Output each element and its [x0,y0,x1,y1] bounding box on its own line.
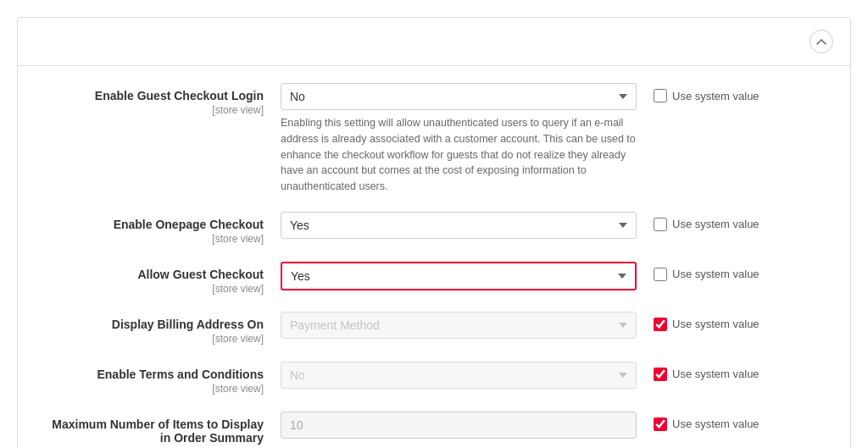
field-label-enable-terms-conditions: Enable Terms and Conditions[store view] [43,362,264,395]
input-max-items-order-summary [281,412,637,439]
field-side-enable-terms-conditions: Use system value [654,362,760,381]
form-row-display-billing-address-on: Display Billing Address On[store view]Pa… [43,312,825,345]
checkout-options-panel: Enable Guest Checkout Login[store view]N… [17,17,851,448]
use-system-value-checkbox-max-items-order-summary[interactable] [654,418,667,431]
select-allow-guest-checkout[interactable]: YesNo [281,262,637,290]
field-label-enable-onepage-checkout: Enable Onepage Checkout[store view] [43,212,264,245]
form-row-max-items-order-summary: Maximum Number of Items to Display in Or… [43,412,825,448]
collapse-button[interactable] [810,30,833,53]
use-system-value-label-enable-terms-conditions: Use system value [672,368,760,380]
field-control-enable-guest-checkout-login: NoYesEnabling this setting will allow un… [281,83,637,195]
use-system-value-label-enable-onepage-checkout: Use system value [672,218,760,230]
use-system-value-label-allow-guest-checkout: Use system value [672,268,760,280]
field-control-enable-terms-conditions: NoYes [281,362,637,389]
select-display-billing-address-on[interactable]: Payment MethodPayment Page [281,312,637,339]
field-label-max-items-order-summary: Maximum Number of Items to Display in Or… [43,412,264,448]
form-row-enable-onepage-checkout: Enable Onepage Checkout[store view]YesNo… [43,212,825,245]
field-control-max-items-order-summary [281,412,637,439]
use-system-value-checkbox-allow-guest-checkout[interactable] [654,268,667,281]
use-system-value-label-max-items-order-summary: Use system value [672,418,760,430]
select-enable-onepage-checkout[interactable]: YesNo [281,212,637,239]
select-enable-guest-checkout-login[interactable]: NoYes [281,83,637,110]
field-side-enable-onepage-checkout: Use system value [654,212,760,231]
panel-body: Enable Guest Checkout Login[store view]N… [18,66,850,448]
field-side-enable-guest-checkout-login: Use system value [654,83,760,102]
field-label-allow-guest-checkout: Allow Guest Checkout[store view] [43,262,264,295]
use-system-value-checkbox-enable-terms-conditions[interactable] [654,368,667,381]
use-system-value-label-enable-guest-checkout-login: Use system value [672,90,760,102]
use-system-value-checkbox-enable-guest-checkout-login[interactable] [654,89,667,102]
field-control-allow-guest-checkout: YesNo [281,262,637,290]
form-row-enable-terms-conditions: Enable Terms and Conditions[store view]N… [43,362,825,395]
field-description-enable-guest-checkout-login: Enabling this setting will allow unauthe… [281,115,637,195]
field-side-allow-guest-checkout: Use system value [654,262,760,281]
field-side-max-items-order-summary: Use system value [654,412,760,431]
use-system-value-label-display-billing-address-on: Use system value [672,318,760,330]
field-label-display-billing-address-on: Display Billing Address On[store view] [43,312,264,345]
use-system-value-checkbox-display-billing-address-on[interactable] [654,318,667,331]
form-row-enable-guest-checkout-login: Enable Guest Checkout Login[store view]N… [43,83,825,195]
field-side-display-billing-address-on: Use system value [654,312,760,331]
field-label-enable-guest-checkout-login: Enable Guest Checkout Login[store view] [43,83,264,116]
field-control-enable-onepage-checkout: YesNo [281,212,637,239]
field-control-display-billing-address-on: Payment MethodPayment Page [281,312,637,339]
form-row-allow-guest-checkout: Allow Guest Checkout[store view]YesNoUse… [43,262,825,295]
select-enable-terms-conditions[interactable]: NoYes [281,362,637,389]
use-system-value-checkbox-enable-onepage-checkout[interactable] [654,218,667,231]
panel-header [18,18,850,66]
